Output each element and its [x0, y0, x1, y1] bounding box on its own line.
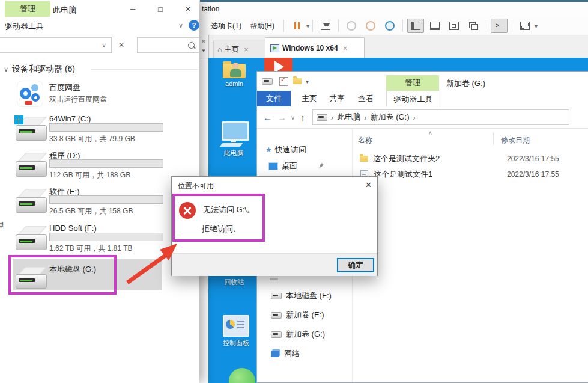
baidu-netdisk-icon	[17, 81, 43, 107]
qat-properties-icon[interactable]: ✓	[279, 77, 288, 86]
vm-desktop-icon-this-pc[interactable]: 此电脑	[216, 121, 251, 158]
sidebar-item-quick-access[interactable]: ★ 快速访问	[265, 144, 306, 156]
qat-new-folder-icon[interactable]	[293, 78, 302, 84]
vm-desktop-icon-admin-label: admin	[218, 80, 250, 87]
snapshot-manager-icon[interactable]	[381, 19, 398, 33]
pause-vm-button[interactable]	[288, 19, 305, 33]
vm-manage-tab[interactable]: 管理	[386, 75, 439, 91]
breadcrumb-drive-icon	[317, 114, 327, 121]
folder-icon	[360, 156, 368, 162]
drive-usage-bar	[49, 159, 163, 168]
nav-back-icon[interactable]: ←	[263, 112, 272, 123]
vm-screen-icon	[270, 44, 279, 52]
search-box[interactable]	[137, 37, 199, 53]
menu-help[interactable]: 帮助(H)	[250, 21, 274, 31]
maximize-button[interactable]: □	[151, 2, 169, 16]
sidebar-item-drive-e[interactable]: 新加卷 (E:)	[271, 309, 324, 321]
qat-caret-icon[interactable]: ▾	[306, 78, 309, 85]
revert-snapshot-icon[interactable]	[362, 19, 379, 33]
stretch-caret-icon[interactable]: ▾	[535, 23, 538, 29]
host-manage-tab[interactable]: 管理	[5, 1, 50, 17]
show-library-icon[interactable]	[407, 19, 424, 33]
sidebar-scroll-thumb[interactable]	[270, 278, 278, 280]
tab-home[interactable]: ⌂ 主页 ✕	[213, 40, 268, 58]
edge-text-fragment: 理	[0, 220, 4, 231]
section-collapse-icon[interactable]: ∨	[4, 66, 8, 73]
crumb-this-pc[interactable]: 此电脑	[337, 112, 360, 123]
vm-desktop-icon-admin[interactable]: admin	[218, 61, 250, 87]
tab-windows10-x64[interactable]: Windows 10 x64 ✕	[265, 37, 365, 58]
vm-tab-file[interactable]: 文件	[257, 91, 291, 106]
tab-home-close-icon[interactable]: ✕	[244, 46, 249, 53]
nav-up-icon[interactable]: ↑	[300, 112, 305, 123]
ctrl-alt-del-icon[interactable]	[317, 19, 334, 33]
vm-desktop-icon-control-panel-label: 控制面板	[219, 339, 253, 348]
column-date[interactable]: 修改日期	[501, 135, 530, 146]
desktop-label: 桌面	[282, 161, 297, 171]
vm-desktop-icon-control-panel[interactable]: 控制面板	[219, 315, 253, 348]
ok-button[interactable]: 确定	[337, 258, 374, 272]
vm-tab-home[interactable]: 主页	[297, 91, 322, 106]
vmware-tabbar: ✕ ▼ ⌂ 主页 ✕ Windows 10 x64 ✕	[200, 35, 588, 58]
vm-address-row: ← → ∨ ↑ › 此电脑 › 新加卷 (G:) ›	[257, 106, 588, 129]
dialog-footer: 确定	[172, 253, 377, 276]
baidu-title: 百度网盘	[49, 82, 80, 93]
vm-explorer-title: 新加卷 (G:)	[446, 78, 485, 89]
unity-mode-icon[interactable]	[465, 19, 482, 33]
vm-breadcrumb[interactable]: › 此电脑 › 新加卷 (G:) ›	[312, 109, 569, 125]
file-row-folder[interactable]: 这个是测试文件夹2 2022/3/16 17:55	[352, 151, 588, 167]
library-clear-icon[interactable]: ✕	[201, 38, 206, 44]
vm-desktop-icon-recycle[interactable]: 回收站	[218, 276, 250, 287]
column-divider[interactable]	[493, 133, 494, 145]
tile-drive-e[interactable]: 软件 (E:) 26.5 GB 可用，共 158 GB	[13, 184, 162, 218]
tile-drive-d[interactable]: 程序 (D:) 112 GB 可用，共 188 GB	[13, 148, 162, 182]
host-drive-tools-tab[interactable]: 驱动器工具	[5, 21, 44, 32]
tab-vm-close-icon[interactable]: ✕	[343, 45, 348, 52]
vm-tab-share[interactable]: 共享	[324, 91, 350, 106]
dialog-close-icon[interactable]: ✕	[365, 180, 372, 189]
help-icon[interactable]: ?	[189, 20, 199, 31]
annotation-arrow	[119, 239, 185, 287]
take-snapshot-icon[interactable]	[343, 19, 360, 33]
fullscreen-icon[interactable]	[446, 19, 462, 33]
drive-caption: 26.5 GB 可用，共 158 GB	[49, 206, 133, 216]
address-clear-icon[interactable]: ✕	[118, 41, 124, 49]
sort-asc-icon: ∧	[428, 130, 432, 136]
search-icon[interactable]	[188, 42, 195, 49]
vm-desktop-icon-partial[interactable]	[229, 368, 255, 383]
tile-drive-c[interactable]: 64Win7 (C:) 33.8 GB 可用，共 79.9 GB	[13, 112, 162, 146]
minimize-button[interactable]: ─	[124, 2, 142, 16]
drive-label: HDD Soft (F:)	[49, 224, 97, 233]
ribbon-collapse-icon[interactable]: ∨	[178, 22, 183, 29]
sidebar-item-network[interactable]: 网络	[271, 348, 300, 360]
address-combobox[interactable]: ∨	[0, 37, 112, 53]
vm-desktop-icon-this-pc-label: 此电脑	[216, 149, 251, 158]
library-caret-icon[interactable]: ▼	[201, 48, 206, 54]
column-name[interactable]: 名称	[358, 135, 372, 146]
nav-forward-icon[interactable]: →	[277, 112, 286, 123]
drive-icon	[16, 189, 46, 213]
crumb-sep-icon: ›	[413, 113, 416, 122]
menu-tabs[interactable]: 选项卡(T)	[211, 21, 241, 31]
crumb-volume[interactable]: 新加卷 (G:)	[371, 112, 410, 123]
stretch-guest-icon[interactable]	[517, 19, 533, 33]
library-panel-sliver[interactable]: ✕ ▼	[200, 35, 209, 58]
sidebar-item-drive-g[interactable]: 新加卷 (G:)	[271, 328, 325, 340]
vmware-titlebar[interactable]: tation	[200, 2, 588, 17]
pause-caret-icon[interactable]: ▾	[306, 23, 309, 29]
sidebar-drive-label: 新加卷 (G:)	[286, 329, 325, 340]
sidebar-item-drive-f[interactable]: 本地磁盘 (F:)	[271, 290, 332, 302]
search-input[interactable]	[141, 40, 187, 50]
show-console-panel-icon[interactable]	[426, 19, 443, 33]
vm-tab-view[interactable]: 查看	[353, 91, 378, 106]
address-caret-icon[interactable]: ∨	[102, 41, 106, 49]
close-button[interactable]: ✕	[179, 2, 197, 16]
tile-baidu-netdisk[interactable]: 百度网盘 双击运行百度网盘	[13, 78, 162, 109]
tab-home-label: 主页	[225, 44, 239, 55]
console-view-icon[interactable]: >_	[491, 19, 508, 33]
file-row-file[interactable]: 这个是测试文件1 2022/3/16 17:55	[352, 167, 588, 182]
nav-history-caret-icon[interactable]: ∨	[291, 114, 295, 121]
annotation-box-drive-g	[8, 255, 117, 295]
sidebar-item-desktop[interactable]: 桌面	[268, 160, 347, 172]
vm-tab-drive-tools[interactable]: 驱动器工具	[386, 91, 440, 106]
